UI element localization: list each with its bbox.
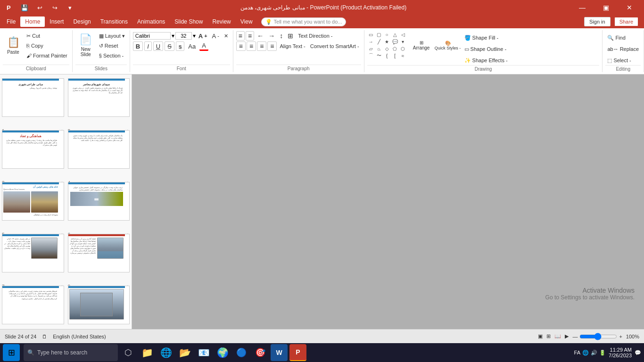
outlook-icon[interactable]: 📧 [195,344,212,361]
reset-button[interactable]: ↺ Reset [97,41,127,50]
font-size-dropdown-icon[interactable]: ▾ [193,33,196,39]
volume-icon[interactable]: 🔊 [591,350,597,356]
shape-triangle[interactable]: △ [391,31,399,38]
new-slide-button[interactable]: 📄 New Slide [75,31,96,59]
find-button[interactable]: 🔍 Find [605,33,627,42]
font-color-button[interactable]: A [199,41,208,51]
shape-diamond[interactable]: ◇ [383,45,391,52]
font-name-dropdown-icon[interactable]: ▾ [172,33,174,39]
shape-parallelogram[interactable]: ▱ [367,45,375,52]
shape-line[interactable]: ╱ [375,38,383,45]
restore-button[interactable]: ▣ [595,0,617,15]
tell-me-bar[interactable]: 💡 Tell me what you want to do... [261,17,347,26]
network-icon[interactable]: 🌐 [582,350,589,356]
menu-review[interactable]: Review [207,16,235,27]
shape-callout[interactable]: 💬 [391,38,399,45]
shape-wave[interactable]: ≈ [399,52,407,59]
shape-freeform[interactable]: 〜 [375,52,383,59]
align-left-button[interactable]: ≡ [236,41,246,51]
chrome-icon[interactable]: 🌍 [214,344,231,361]
arrange-button[interactable]: ⊞ Arrange [410,31,433,59]
shape-fill-button[interactable]: 🪣 Shape Fill - [462,33,510,42]
redo-icon[interactable]: ↪ [49,2,60,13]
slide-thumb-4[interactable]: یک ساختمان طراحی شده برای تناسب با زمینه… [68,130,130,169]
shape-arrow[interactable]: → [367,38,375,45]
shape-hexagon[interactable]: ⬡ [399,45,407,52]
slide-thumb-7[interactable]: در قبل مصرف دارای ۲۴ تا ها و بهترین جایب… [2,234,64,272]
file-explorer-icon[interactable]: 📁 [139,344,156,361]
slideshow-button[interactable]: ▶ [565,333,569,339]
save-icon[interactable]: 💾 [19,2,30,13]
notification-icon[interactable]: 💬 [635,350,641,356]
slide-thumb-6[interactable]: ترتیب سازه: وحدت پیکرگی در مجموعه کامل ت… [68,182,130,221]
start-button[interactable]: ⊞ [3,344,20,361]
decrease-font-button[interactable]: A- [210,31,221,41]
italic-button[interactable]: I [144,41,152,51]
powerpoint-taskbar-icon[interactable]: P [289,344,306,361]
replace-button[interactable]: ab↔ Replace [605,44,641,54]
menu-slideshow[interactable]: Slide Show [170,16,207,27]
text-direction-button[interactable]: Text Direction - [296,31,334,41]
numbering-button[interactable]: ≡ [246,31,254,41]
select-button[interactable]: ⬚ Select - [605,56,633,65]
format-painter-button[interactable]: 🖌 Format Painter [25,51,69,60]
shape-trapezoid[interactable]: ⏢ [375,45,383,52]
undo-icon[interactable]: ↩ [34,2,45,13]
app8-icon[interactable]: 🎯 [252,344,269,361]
shape-outline-button[interactable]: ▭ Shape Outline - [462,44,510,54]
menu-transitions[interactable]: Transitions [96,16,132,27]
shape-effects-button[interactable]: ✨ Shape Effects - [462,56,510,65]
clear-formatting-button[interactable]: ✕ [222,31,230,41]
slide-thumb-2[interactable]: سیمای شهرهای معاصر هریک از تنناها تنهایی… [68,78,130,117]
shape-pentagon[interactable]: ⬠ [391,45,399,52]
shape-star[interactable]: ★ [383,38,391,45]
convert-smartart-button[interactable]: Convert to SmartArt - [308,41,361,51]
section-button[interactable]: § Section - [97,51,127,60]
clock[interactable]: 11:29 AM 7/26/2023 [609,347,632,358]
line-spacing-button[interactable]: ↕ [278,31,285,41]
align-text-button[interactable]: Align Text - [278,41,307,51]
slide-thumb-9[interactable]: فرم‌های هندسی سه بعدی پیچیده فروت بخش ای… [2,286,64,324]
close-button[interactable]: ✕ [619,0,640,15]
layout-button[interactable]: ▦ Layout ▾ [97,31,127,41]
font-name-input[interactable] [133,32,171,40]
increase-indent-button[interactable]: → [266,31,277,41]
task-view-button[interactable]: ⬡ [120,344,137,361]
quick-styles-button[interactable]: 🎨 Quick Styles - [436,31,460,59]
normal-view-button[interactable]: ▣ [538,333,543,339]
decrease-indent-button[interactable]: ← [255,31,265,41]
change-case-button[interactable]: Aa [186,41,198,51]
shape-brace[interactable]: { [383,52,391,59]
slide-thumb-1[interactable]: مبانی طراحی شهری نوشته: ریچارد هدمن، آند… [2,78,64,117]
menu-design[interactable]: Design [68,16,95,27]
bold-button[interactable]: B [133,41,143,51]
shape-rounded-rect[interactable]: ▢ [375,31,383,38]
justify-button[interactable]: ≡ [267,41,277,51]
strikethrough-button[interactable]: S [165,41,174,51]
word-icon[interactable]: W [271,344,288,361]
share-button[interactable]: Share [614,17,638,26]
cut-button[interactable]: ✂ Cut [25,31,69,41]
zoom-slider[interactable]: — + [572,333,622,340]
increase-font-button[interactable]: A+ [197,31,209,41]
slide-thumb-10[interactable] [68,286,130,324]
edge-icon[interactable]: 🌐 [157,344,174,361]
app7-icon[interactable]: 🔵 [233,344,250,361]
paste-button[interactable]: 📋 Paste [3,31,24,59]
align-right-button[interactable]: ≡ [257,41,266,51]
slide-thumb-5[interactable]: خانه های ردیفی کوئین آن Queen Anne Row h… [2,182,64,221]
notes-icon[interactable]: 🗒 [42,334,47,339]
zoom-range-input[interactable] [579,333,617,340]
shape-bracket[interactable]: [ [391,52,399,59]
shape-rtriangle[interactable]: ◁ [399,31,407,38]
menu-animations[interactable]: Animations [132,16,170,27]
signin-button[interactable]: Sign in [584,17,611,26]
shape-oval[interactable]: ○ [383,31,391,38]
reading-view-button[interactable]: 📖 [554,333,561,339]
slide-sorter-button[interactable]: ⊞ [546,333,551,339]
slide-thumb-8[interactable]: فضله گذاری و بین آن ردیف‌انداخته فضاها ت… [68,234,130,272]
search-taskbar[interactable]: 🔍 Type here to search [24,344,118,361]
menu-file[interactable]: File [2,16,20,27]
battery-icon[interactable]: 🔋 [599,350,606,356]
menu-insert[interactable]: Insert [45,16,68,27]
